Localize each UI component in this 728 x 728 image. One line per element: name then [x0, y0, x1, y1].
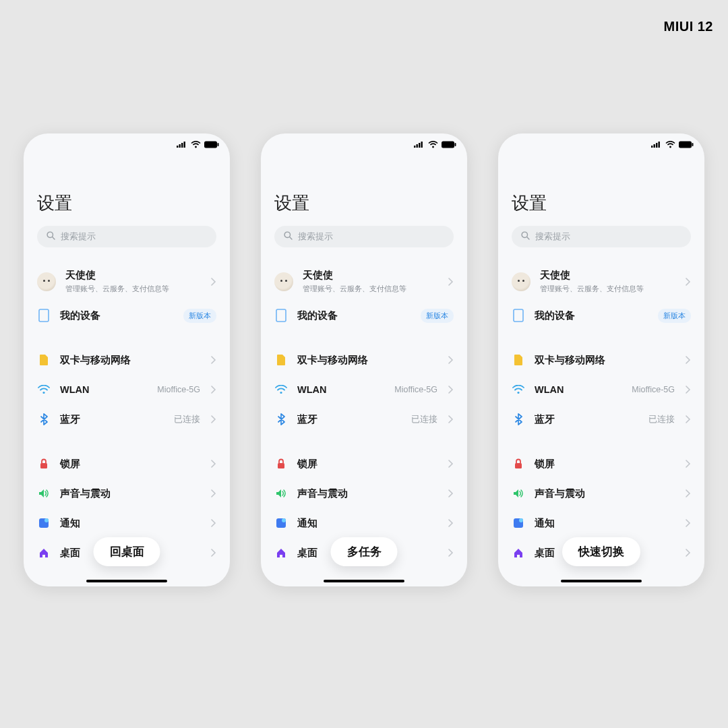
list-item-label: 通知	[535, 517, 676, 530]
wlan-row[interactable]: WLAN Mioffice-5G	[261, 375, 467, 404]
account-name: 天使使	[540, 269, 676, 282]
svg-point-13	[44, 518, 49, 522]
my-device-row[interactable]: 我的设备 新版本	[24, 301, 230, 330]
wlan-value: Mioffice-5G	[632, 385, 675, 394]
list-item-label: 我的设备	[297, 309, 411, 322]
svg-point-27	[282, 518, 286, 522]
svg-rect-5	[204, 141, 217, 148]
wlan-row[interactable]: WLAN Mioffice-5G	[24, 375, 230, 404]
list-item-label: WLAN	[535, 384, 622, 395]
svg-rect-39	[515, 463, 522, 468]
svg-point-32	[669, 146, 671, 148]
list-item-label: 蓝牙	[297, 413, 402, 426]
account-row[interactable]: 天使使 管理账号、云服务、支付信息等	[261, 253, 467, 301]
sim-row[interactable]: 双卡与移动网络	[498, 345, 704, 375]
svg-point-24	[280, 392, 282, 394]
search-icon	[521, 231, 530, 242]
svg-rect-3	[184, 142, 185, 148]
account-row[interactable]: 天使使 管理账号、云服务、支付信息等	[498, 253, 704, 301]
page-title: 设置	[24, 151, 230, 226]
home-icon	[512, 546, 525, 559]
notify-icon	[37, 516, 51, 530]
list-item-label: WLAN	[297, 384, 385, 395]
wlan-icon	[512, 383, 525, 396]
notify-row[interactable]: 通知	[498, 508, 704, 538]
bluetooth-value: 已连接	[411, 414, 437, 425]
bluetooth-row[interactable]: 蓝牙 已连接	[498, 404, 704, 434]
chevron-right-icon	[686, 549, 691, 557]
sound-row[interactable]: 声音与震动	[498, 479, 704, 508]
list-item-label: 我的设备	[60, 309, 174, 322]
svg-rect-16	[419, 143, 420, 148]
status-bar	[498, 133, 704, 151]
search-icon	[284, 231, 293, 242]
svg-rect-33	[679, 141, 692, 148]
notify-row[interactable]: 通知	[24, 508, 230, 538]
chevron-right-icon	[211, 356, 216, 364]
chevron-right-icon	[211, 519, 216, 527]
chevron-right-icon	[448, 386, 454, 394]
chevron-right-icon	[211, 386, 216, 394]
account-subtitle: 管理账号、云服务、支付信息等	[65, 284, 202, 294]
svg-rect-19	[442, 141, 454, 148]
svg-point-18	[432, 146, 434, 148]
svg-line-36	[527, 237, 529, 239]
chevron-right-icon	[686, 278, 691, 286]
chevron-right-icon	[448, 460, 454, 468]
notify-row[interactable]: 通知	[261, 508, 467, 538]
chevron-right-icon	[448, 489, 454, 497]
search-input[interactable]: 搜索提示	[512, 226, 691, 247]
bluetooth-icon	[512, 413, 525, 426]
notify-icon	[512, 516, 525, 530]
avatar	[37, 272, 56, 291]
chevron-right-icon	[211, 549, 216, 557]
page-title: 设置	[261, 151, 467, 226]
sim-row[interactable]: 双卡与移动网络	[261, 345, 467, 375]
list-item-label: WLAN	[60, 384, 148, 395]
lock-icon	[274, 457, 288, 471]
account-name: 天使使	[303, 269, 439, 282]
sound-row[interactable]: 声音与震动	[24, 479, 230, 508]
search-icon	[47, 231, 55, 242]
lockscreen-row[interactable]: 锁屏	[24, 449, 230, 479]
lock-icon	[512, 457, 525, 471]
new-version-badge: 新版本	[421, 309, 454, 323]
chevron-right-icon	[686, 460, 691, 468]
sim-row[interactable]: 双卡与移动网络	[24, 345, 230, 375]
svg-rect-28	[651, 146, 653, 148]
new-version-badge: 新版本	[183, 309, 216, 323]
account-row[interactable]: 天使使 管理账号、云服务、支付信息等	[24, 253, 230, 301]
lockscreen-row[interactable]: 锁屏	[261, 449, 467, 479]
lockscreen-row[interactable]: 锁屏	[498, 449, 704, 479]
bluetooth-row[interactable]: 蓝牙 已连接	[261, 404, 467, 434]
bluetooth-row[interactable]: 蓝牙 已连接	[24, 404, 230, 434]
gesture-hint-pill: 快速切换	[562, 537, 640, 566]
avatar	[274, 272, 293, 291]
wifi-icon	[191, 141, 201, 148]
battery-icon	[679, 141, 694, 148]
status-bar	[24, 133, 230, 151]
chevron-right-icon	[686, 415, 691, 423]
search-input[interactable]: 搜索提示	[274, 226, 454, 247]
status-bar	[261, 133, 467, 151]
page-title: 设置	[498, 151, 704, 226]
svg-rect-31	[659, 142, 660, 148]
bluetooth-value: 已连接	[174, 414, 200, 425]
home-indicator[interactable]	[86, 580, 167, 582]
chevron-right-icon	[686, 489, 691, 497]
svg-rect-29	[654, 144, 655, 148]
my-device-row[interactable]: 我的设备 新版本	[261, 301, 467, 330]
home-indicator[interactable]	[561, 580, 642, 582]
signal-icon	[651, 141, 662, 148]
my-device-row[interactable]: 我的设备 新版本	[498, 301, 704, 330]
wlan-row[interactable]: WLAN Mioffice-5G	[498, 375, 704, 404]
account-subtitle: 管理账号、云服务、支付信息等	[540, 284, 676, 294]
search-input[interactable]: 搜索提示	[37, 226, 216, 247]
account-subtitle: 管理账号、云服务、支付信息等	[303, 284, 439, 294]
home-icon	[274, 546, 288, 559]
chevron-right-icon	[448, 356, 454, 364]
home-indicator[interactable]	[324, 580, 404, 582]
sound-row[interactable]: 声音与震动	[261, 479, 467, 508]
gesture-hint-pill: 多任务	[331, 537, 398, 566]
search-placeholder: 搜索提示	[298, 231, 333, 243]
